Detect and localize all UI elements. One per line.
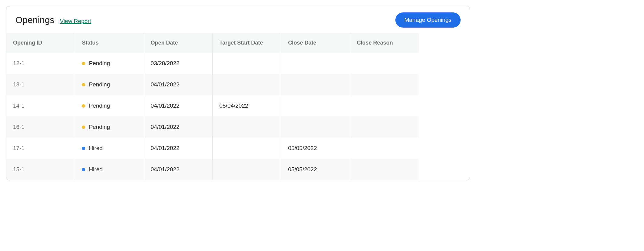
col-header-target-start: Target Start Date: [213, 33, 281, 53]
cell-status: Pending: [75, 116, 144, 138]
status-label: Pending: [89, 124, 110, 130]
cell-opening-id: 15-1: [6, 159, 75, 180]
cell-close-reason: [350, 95, 419, 116]
status-badge: Hired: [82, 166, 137, 173]
cell-status: Pending: [75, 53, 144, 74]
cell-target-start: [213, 53, 281, 74]
status-label: Hired: [89, 145, 102, 152]
status-badge: Pending: [82, 81, 137, 88]
col-header-opening-id: Opening ID: [6, 33, 75, 53]
cell-status: Hired: [75, 159, 144, 180]
manage-openings-button[interactable]: Manage Openings: [395, 12, 461, 28]
cell-status: Hired: [75, 138, 144, 159]
cell-close-date: [281, 53, 350, 74]
cell-close-date: [281, 95, 350, 116]
cell-opening-id: 17-1: [6, 138, 75, 159]
status-dot-icon: [82, 126, 85, 129]
table-row: 17-1Hired04/01/202205/05/2022: [6, 138, 419, 159]
cell-target-start: 05/04/2022: [213, 95, 281, 116]
status-dot-icon: [82, 62, 85, 65]
cell-close-reason: [350, 159, 419, 180]
cell-status: Pending: [75, 95, 144, 116]
title-group: Openings View Report: [15, 15, 91, 25]
cell-open-date: 03/28/2022: [144, 53, 213, 74]
cell-close-reason: [350, 116, 419, 138]
cell-close-date: 05/05/2022: [281, 138, 350, 159]
cell-target-start: [213, 116, 281, 138]
cell-open-date: 04/01/2022: [144, 159, 213, 180]
table-row: 13-1Pending04/01/2022: [6, 74, 419, 95]
cell-opening-id: 13-1: [6, 74, 75, 95]
openings-table: Opening ID Status Open Date Target Start…: [6, 33, 419, 180]
cell-close-reason: [350, 74, 419, 95]
cell-opening-id: 16-1: [6, 116, 75, 138]
page-title: Openings: [15, 15, 54, 25]
col-header-open-date: Open Date: [144, 33, 213, 53]
status-badge: Pending: [82, 124, 137, 130]
status-label: Pending: [89, 102, 110, 109]
status-label: Pending: [89, 81, 110, 88]
cell-open-date: 04/01/2022: [144, 138, 213, 159]
status-dot-icon: [82, 104, 85, 108]
view-report-link[interactable]: View Report: [60, 18, 91, 25]
cell-close-date: 05/05/2022: [281, 159, 350, 180]
table-body: 12-1Pending03/28/202213-1Pending04/01/20…: [6, 53, 419, 180]
col-header-status: Status: [75, 33, 144, 53]
cell-opening-id: 14-1: [6, 95, 75, 116]
cell-target-start: [213, 159, 281, 180]
status-dot-icon: [82, 83, 85, 86]
status-dot-icon: [82, 168, 85, 171]
openings-panel: Openings View Report Manage Openings Ope…: [6, 6, 470, 180]
table-row: 15-1Hired04/01/202205/05/2022: [6, 159, 419, 180]
table-row: 16-1Pending04/01/2022: [6, 116, 419, 138]
table-wrapper: Opening ID Status Open Date Target Start…: [6, 33, 470, 180]
panel-header: Openings View Report Manage Openings: [6, 6, 470, 33]
status-label: Hired: [89, 166, 102, 173]
cell-open-date: 04/01/2022: [144, 74, 213, 95]
cell-opening-id: 12-1: [6, 53, 75, 74]
cell-close-date: [281, 116, 350, 138]
cell-close-reason: [350, 138, 419, 159]
status-dot-icon: [82, 147, 85, 150]
cell-target-start: [213, 138, 281, 159]
cell-close-date: [281, 74, 350, 95]
status-label: Pending: [89, 60, 110, 67]
table-row: 12-1Pending03/28/2022: [6, 53, 419, 74]
col-header-close-date: Close Date: [281, 33, 350, 53]
cell-status: Pending: [75, 74, 144, 95]
cell-open-date: 04/01/2022: [144, 116, 213, 138]
status-badge: Hired: [82, 145, 137, 152]
table-header-row: Opening ID Status Open Date Target Start…: [6, 33, 419, 53]
status-badge: Pending: [82, 102, 137, 109]
status-badge: Pending: [82, 60, 137, 67]
cell-open-date: 04/01/2022: [144, 95, 213, 116]
cell-target-start: [213, 74, 281, 95]
cell-close-reason: [350, 53, 419, 74]
col-header-close-reason: Close Reason: [350, 33, 419, 53]
table-row: 14-1Pending04/01/202205/04/2022: [6, 95, 419, 116]
